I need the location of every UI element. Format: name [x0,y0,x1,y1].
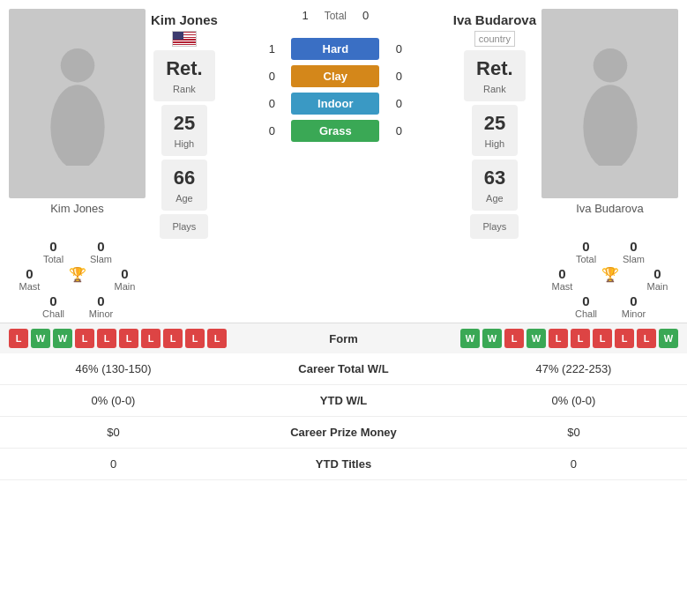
form-badge-left: L [97,329,116,348]
right-total-val: 0 [582,239,589,254]
left-stat-group-1: 0 Total 0 Slam [9,239,146,264]
right-player-name-under-photo: Iva Budarova [576,202,644,215]
form-badge-left: L [185,329,205,348]
right-player-name: Iva Budarova [453,12,536,27]
right-slam-val: 0 [630,239,637,254]
left-slam-stat: 0 Slam [80,239,123,264]
left-age-label: Age [174,193,195,204]
clay-left-score: 0 [259,70,284,83]
left-player-name-under-photo: Kim Jones [50,202,104,215]
form-center-label: Form [282,332,406,345]
right-plays-label: Plays [482,221,506,232]
bottom-stats-table: 46% (130-150)Career Total W/L47% (222-25… [0,353,687,480]
left-age-box: 66 Age [161,160,207,211]
form-badge-right: L [504,329,524,348]
top-section: Kim Jones Kim Jones Ret. Rank 25 High 66… [0,0,687,248]
stats-cell-left: $0 [0,417,227,449]
right-minor-label: Minor [622,308,646,319]
right-minor-stat: 0 Minor [613,293,655,319]
right-rank-box: Ret. Rank [464,50,526,101]
form-left: LWWLLLLLLL [9,329,279,348]
total-left-score: 1 [302,9,308,22]
right-player-photo [541,9,678,198]
right-chall-label: Chall [575,308,597,319]
right-rank-sub: Rank [476,84,513,94]
right-slam-label: Slam [623,254,645,264]
player-stats-area: 0 Total 0 Slam 0 Mast 🏆 0 Main [0,239,687,319]
left-total-val: 0 [49,239,56,254]
left-high-val: 25 [174,112,195,135]
stats-cell-right: 0 [460,449,687,480]
form-right: WWLWLLLLLW [409,329,679,348]
form-section: LWWLLLLLLL Form WWLWLLLLLW [0,323,687,353]
right-flag-icon: country [474,31,515,47]
stats-table-row: 0YTD Titles0 [0,449,687,480]
form-badge-right: L [637,329,656,348]
stats-cell-left: 0 [0,449,227,480]
right-chall-stat: 0 Chall [565,293,608,319]
center-column: 1 Total 0 1 Hard 0 0 Clay 0 0 Indo [223,9,448,239]
left-player-photo [9,9,146,198]
left-slam-label: Slam [90,254,112,264]
left-minor-val: 0 [97,293,104,308]
right-stat-group-2: 0 Mast 🏆 0 Main [541,266,678,292]
left-chall-stat: 0 Chall [33,293,75,319]
left-mast-label: Mast [19,281,41,292]
right-main-label: Main [647,281,668,292]
left-stat-group-2: 0 Mast 🏆 0 Main [9,266,146,292]
stats-table-row: $0Career Prize Money$0 [0,417,687,449]
form-badge-left: L [207,329,227,348]
form-badge-right: W [460,329,480,348]
right-slam-stat: 0 Slam [613,239,655,264]
stats-cell-left: 46% (130-150) [0,353,227,385]
form-badge-right: L [571,329,590,348]
right-player-section: Iva Budarova [541,9,678,239]
right-age-val: 63 [484,167,505,189]
right-age-label: Age [484,193,505,204]
left-rank-label: Ret. [166,57,203,80]
left-high-box: 25 High [161,105,207,156]
stats-cell-right: $0 [460,417,687,449]
indoor-right-score: 0 [386,97,411,110]
surface-table: 1 Hard 0 0 Clay 0 0 Indoor 0 0 Grass [223,38,448,142]
indoor-button: Indoor [291,93,379,115]
clay-right-score: 0 [386,70,411,83]
total-center-label: Total [325,10,347,22]
left-stat-group-3: 0 Chall 0 Minor [9,293,146,319]
left-chall-val: 0 [49,293,56,308]
svg-point-1 [50,85,104,166]
right-minor-val: 0 [630,293,637,308]
right-stats-area: 0 Total 0 Slam 0 Mast 🏆 0 Main [541,239,678,319]
surface-row-clay: 0 Clay 0 [223,65,448,87]
hard-button: Hard [291,38,379,60]
form-badge-right: W [659,329,678,348]
form-badge-left: L [9,329,28,348]
form-badge-right: L [593,329,612,348]
left-plays-box: Plays [160,214,208,239]
right-chall-val: 0 [582,293,589,308]
form-badge-left: L [141,329,161,348]
grass-right-score: 0 [386,124,411,137]
clay-button: Clay [291,65,379,87]
left-age-val: 66 [174,167,195,189]
left-chall-label: Chall [42,308,64,319]
left-trophy-icon: 🏆 [56,266,99,292]
svg-point-0 [60,48,94,83]
left-main-label: Main [115,281,136,292]
grass-left-score: 0 [259,124,284,137]
indoor-left-score: 0 [259,97,284,110]
form-badge-left: L [75,329,94,348]
left-rank-box: Ret. Rank [153,50,215,101]
left-minor-label: Minor [89,308,114,319]
right-stat-group-3: 0 Chall 0 Minor [541,293,678,319]
right-high-box: 25 High [472,105,518,156]
right-plays-box: Plays [470,214,519,239]
left-main-stat: 0 Main [104,266,146,292]
main-container: Kim Jones Kim Jones Ret. Rank 25 High 66… [0,0,687,480]
stats-cell-center: Career Prize Money [227,417,460,449]
stats-table-row: 46% (130-150)Career Total W/L47% (222-25… [0,353,687,385]
total-right-score: 0 [362,9,369,22]
right-main-stat: 0 Main [637,266,679,292]
surface-row-grass: 0 Grass 0 [223,120,448,142]
form-badge-right: W [482,329,502,348]
